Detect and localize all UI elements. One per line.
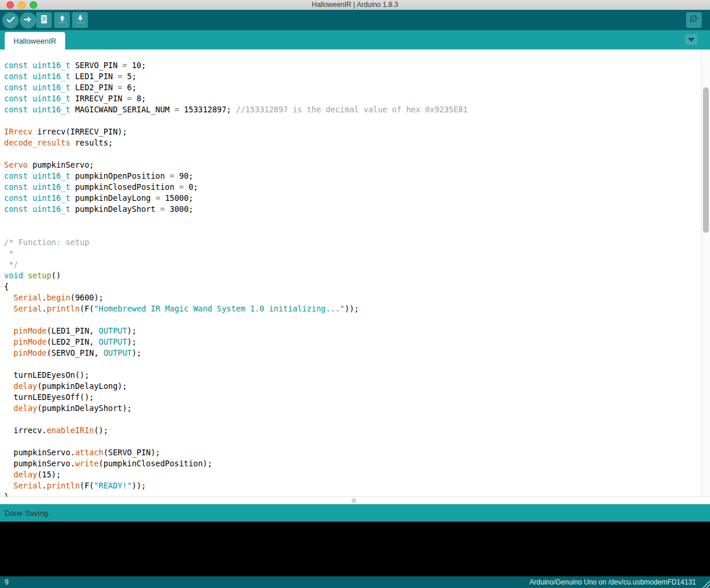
code-line: delay(pumpkinDelayShort); [4,403,468,414]
footer-bar: 9 Arduino/Genuino Uno on /dev/cu.usbmode… [0,576,710,588]
new-sketch-button[interactable] [36,12,52,28]
code-line [4,436,468,447]
document-icon [39,14,49,27]
code-line: pumpkinServo.write(pumpkinClosedPosition… [4,458,468,469]
open-sketch-button[interactable] [54,12,70,28]
code-line: pinMode(LED1_PIN, OUTPUT); [4,325,468,336]
code-line: Servo pumpkinServo; [4,160,468,171]
status-bar: Done Saving. [0,504,710,522]
code-line: const uint16_t pumpkinClosedPosition = 0… [4,182,468,193]
code-line: turnLEDEyesOff(); [4,392,468,403]
board-port-info: Arduino/Genuino Uno on /dev/cu.usbmodemF… [530,578,696,586]
save-sketch-button[interactable] [72,12,88,28]
code-line: pinMode(LED2_PIN, OUTPUT); [4,336,468,348]
chevron-down-icon [688,38,695,42]
arrow-right-icon [23,15,33,27]
code-line: pinMode(SERVO_PIN, OUTPUT); [4,348,468,359]
code-line: const uint16_t LED2_PIN = 6; [4,82,468,93]
code-line: Serial.println(F("READY!")); [4,480,468,491]
code-line: void setup() [4,270,468,281]
code-line: const uint16_t pumpkinDelayLong = 15000; [4,193,468,204]
code-line: const uint16_t IRRECV_PIN = 8; [4,93,468,104]
window-title: HalloweenIR | Arduino 1.8.3 [0,1,710,9]
check-icon [6,15,16,27]
code-line: delay(pumpkinDelayLong); [4,381,468,392]
code-line: IRrecv irrecv(IRRECV_PIN); [4,126,468,137]
code-line: const uint16_t pumpkinOpenPosition = 90; [4,171,468,182]
arrow-up-icon [57,14,68,27]
magnifier-icon [688,13,700,27]
scrollbar-thumb[interactable] [703,87,709,233]
code-line: const uint16_t pumpkinDelayShort = 3000; [4,204,468,215]
arduino-ide-window: { "window": { "title": "HalloweenIR | Ar… [0,0,710,588]
code-line: * [4,248,468,259]
arrow-down-icon [75,14,86,27]
code-line: const uint16_t LED1_PIN = 5; [4,71,468,82]
code-line: Serial.begin(9600); [4,292,468,303]
code-area[interactable]: const uint16_t SERVO_PIN = 10;const uint… [4,60,468,497]
code-line: decode_results results; [4,137,468,148]
titlebar: HalloweenIR | Arduino 1.8.3 [0,0,710,10]
verify-button[interactable] [2,12,19,29]
code-line: pumpkinServo.attach(SERVO_PIN); [4,447,468,458]
code-line: const uint16_t MAGICWAND_SERIAL_NUM = 15… [4,104,468,115]
divider-grip-icon[interactable] [352,498,356,503]
vertical-scrollbar[interactable] [701,49,710,497]
code-line [4,314,468,325]
resize-grip-icon[interactable] [700,576,710,588]
tab-halloweenir[interactable]: HalloweenIR [5,32,65,49]
code-line: { [4,281,468,292]
code-line [4,115,468,126]
code-line [4,215,468,226]
code-line [4,226,468,237]
code-line: delay(15); [4,469,468,480]
code-editor[interactable]: const uint16_t SERVO_PIN = 10;const uint… [0,49,710,497]
toolbar [0,10,710,30]
code-line: } [4,491,468,497]
code-line [4,359,468,370]
status-message: Done Saving. [5,509,50,518]
cursor-line-number: 9 [5,578,9,586]
console-output [0,522,710,576]
code-line [4,414,468,425]
upload-button[interactable] [20,12,36,29]
tab-menu-button[interactable] [685,34,697,45]
code-line: Serial.println(F("Homebrewed IR Magic Wa… [4,303,468,314]
code-line: turnLEDEyesOn(); [4,370,468,381]
serial-monitor-button[interactable] [686,12,702,28]
code-line [4,148,468,160]
code-line: /* Function: setup [4,237,468,248]
pane-divider[interactable] [0,497,710,504]
tabbar: HalloweenIR [0,30,710,49]
code-line: irrecv.enableIRIn(); [4,425,468,436]
code-line: */ [4,259,468,270]
tab-label: HalloweenIR [13,37,56,45]
code-line: const uint16_t SERVO_PIN = 10; [4,60,468,71]
